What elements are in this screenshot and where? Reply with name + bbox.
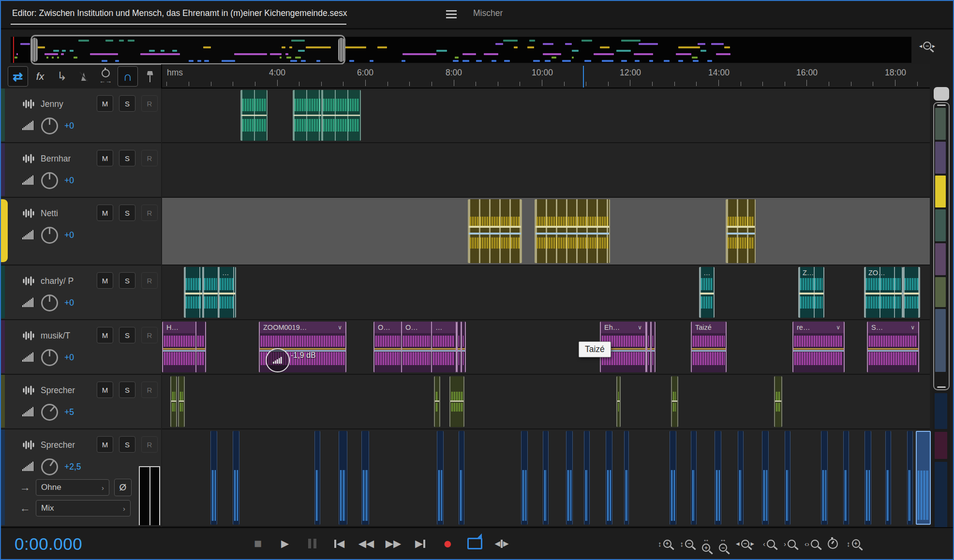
solo-button[interactable]: S: [119, 205, 135, 221]
volume-knob[interactable]: [41, 227, 58, 244]
tab-editor[interactable]: Editor: Zwischen Institution und Mensch,…: [12, 8, 347, 18]
solo-button[interactable]: S: [119, 150, 135, 166]
mute-button[interactable]: M: [97, 382, 113, 398]
audio-clip[interactable]: [566, 431, 573, 525]
timeline-ruler[interactable]: hms 4:006:008:0010:0012:0014:0016:0018:0…: [161, 64, 930, 88]
arm-button[interactable]: R: [141, 272, 158, 289]
volume-knob[interactable]: [41, 404, 58, 421]
mute-button[interactable]: M: [97, 436, 113, 453]
track-gain-value[interactable]: +0: [64, 298, 74, 308]
audio-clip[interactable]: [468, 199, 522, 263]
audio-clip[interactable]: [903, 267, 920, 318]
arm-button[interactable]: R: [141, 95, 158, 112]
track-gain-value[interactable]: +0: [64, 121, 74, 131]
audio-clip[interactable]: S…∨: [867, 322, 919, 372]
solo-button[interactable]: S: [119, 327, 135, 343]
scrollbar-grip-top[interactable]: [937, 104, 946, 106]
audio-clip[interactable]: [434, 376, 440, 427]
zoom-out-horizontal-button[interactable]: ↔−: [719, 533, 727, 554]
audio-clip[interactable]: [885, 431, 891, 525]
navigator-viewport-handle[interactable]: [30, 35, 345, 65]
audio-clip[interactable]: [195, 322, 206, 372]
track-lane-1[interactable]: [162, 88, 930, 143]
track-lane-3[interactable]: [162, 198, 930, 265]
audio-clip[interactable]: [785, 431, 790, 525]
track-lane-area[interactable]: ……Z…ZO…H…ZOOM0019…∨-1,9 dBO…O……Eh…∨Taizé…: [162, 88, 930, 527]
audio-clip[interactable]: Taizé: [691, 322, 727, 372]
track-gain-value[interactable]: +2,5: [64, 462, 81, 472]
zoom-to-out-point-button[interactable]: ›: [784, 533, 796, 554]
fast-forward-button[interactable]: ▶▶: [383, 533, 403, 554]
track-header-netti[interactable]: NettiMSR+0: [0, 198, 161, 265]
audio-clip[interactable]: [865, 431, 871, 525]
audio-clip[interactable]: [821, 431, 828, 525]
clip-gain-knob[interactable]: [266, 348, 290, 372]
navigator-playhead[interactable]: [13, 37, 14, 63]
track-name[interactable]: musik/T: [41, 331, 70, 341]
audio-clip[interactable]: [543, 431, 549, 525]
volume-knob[interactable]: [41, 458, 58, 475]
snap-toggle-button[interactable]: ∩: [118, 66, 138, 87]
scrollbar-viewport[interactable]: [933, 102, 950, 390]
audio-clip[interactable]: [606, 431, 612, 525]
track-header-bernhar[interactable]: BernharMSR+0: [0, 143, 161, 198]
audio-clip[interactable]: [726, 199, 756, 263]
zoom-out-vertical-button[interactable]: ↕−: [680, 533, 694, 554]
phase-invert-button[interactable]: Ø: [114, 479, 132, 496]
arm-button[interactable]: R: [141, 327, 158, 343]
clip-menu-chevron-icon[interactable]: ∨: [836, 324, 840, 331]
mute-button[interactable]: M: [97, 272, 113, 289]
track-scrollbar[interactable]: [933, 88, 950, 527]
track-name[interactable]: Jenny: [41, 99, 63, 109]
audio-clip[interactable]: [459, 431, 464, 525]
audio-clip[interactable]: [339, 431, 347, 525]
track-name[interactable]: Sprecher: [41, 440, 75, 450]
track-name[interactable]: charly/ P: [41, 276, 74, 286]
pause-button[interactable]: [302, 533, 322, 554]
metronome-toggle-button[interactable]: [74, 67, 93, 86]
audio-clip[interactable]: O…: [373, 322, 402, 372]
audio-clip[interactable]: [233, 431, 239, 525]
effects-toggle-button[interactable]: fx: [30, 67, 50, 86]
audio-clip[interactable]: [293, 90, 322, 141]
zoom-to-in-point-button[interactable]: ‹: [763, 533, 775, 554]
audio-clip[interactable]: [762, 431, 769, 525]
audio-clip[interactable]: [461, 322, 466, 372]
scrollbar-top-handle[interactable]: [934, 87, 949, 101]
input-select[interactable]: Mix›: [36, 500, 131, 516]
track-lane-2[interactable]: [162, 143, 930, 198]
audio-clip[interactable]: [671, 376, 678, 427]
audio-clip[interactable]: [916, 431, 931, 525]
audio-clip[interactable]: [843, 431, 849, 525]
time-stretch-tool-button[interactable]: ←→: [96, 67, 115, 86]
audio-clip[interactable]: [521, 431, 528, 525]
track-header-sprecher[interactable]: SprecherMSR+2,5→Ohne›Ø←Mix›: [0, 429, 161, 527]
skip-to-end-button[interactable]: ▶: [410, 533, 431, 554]
navigator-zoom-icon[interactable]: ◂−▸: [919, 42, 935, 50]
rewind-button[interactable]: ◀◀: [356, 533, 376, 554]
volume-knob[interactable]: [41, 295, 58, 311]
audio-clip[interactable]: …: [218, 267, 236, 318]
viewport-right-grip[interactable]: [338, 38, 344, 62]
clip-move-tool-button[interactable]: ↳: [52, 67, 72, 86]
mute-button[interactable]: M: [97, 95, 113, 112]
track-gain-value[interactable]: +0: [64, 176, 74, 186]
arm-button[interactable]: R: [141, 436, 158, 453]
track-header-sprecher[interactable]: SprecherMSR+5: [0, 375, 161, 429]
audio-clip[interactable]: [738, 431, 744, 525]
audio-clip[interactable]: [210, 431, 217, 525]
audio-clip[interactable]: [616, 376, 621, 427]
solo-button[interactable]: S: [119, 436, 135, 453]
clip-menu-chevron-icon[interactable]: ∨: [910, 324, 915, 331]
volume-knob[interactable]: [41, 172, 58, 189]
move-tool-button[interactable]: ⇄: [8, 66, 28, 87]
audio-clip[interactable]: re…∨: [792, 322, 845, 372]
audio-clip[interactable]: ZO…: [864, 267, 903, 318]
solo-button[interactable]: S: [119, 272, 135, 289]
track-lane-7[interactable]: [162, 429, 930, 527]
tab-mischer[interactable]: Mischer: [473, 8, 503, 18]
audio-clip[interactable]: …: [431, 322, 457, 372]
audio-clip[interactable]: [584, 431, 590, 525]
skip-selection-button[interactable]: ◀▶: [492, 533, 512, 554]
audio-clip[interactable]: Z…: [798, 267, 824, 318]
